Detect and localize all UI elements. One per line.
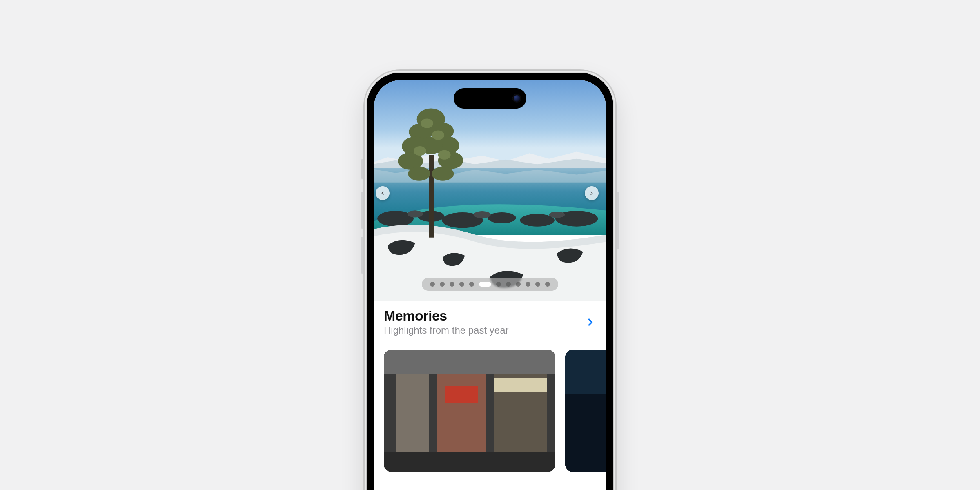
page-dot[interactable]: [440, 282, 445, 287]
svg-point-9: [474, 211, 491, 218]
memory-card[interactable]: [565, 350, 606, 472]
page-dot[interactable]: [535, 282, 540, 287]
next-photo-button[interactable]: [585, 186, 599, 200]
page-dot[interactable]: [516, 282, 521, 287]
chevron-left-icon: [380, 190, 385, 196]
side-button-silent: [361, 159, 363, 179]
svg-rect-27: [384, 350, 555, 374]
svg-point-10: [549, 212, 565, 218]
svg-point-5: [488, 212, 516, 223]
page-indicator[interactable]: [422, 278, 558, 291]
memories-header-row[interactable]: Memories Highlights from the past year: [384, 308, 596, 336]
phone-bezel: Memories Highlights from the past year: [367, 73, 613, 490]
page-dot[interactable]: [496, 282, 501, 287]
page-dot[interactable]: [545, 282, 550, 287]
chevron-right-icon[interactable]: [585, 316, 596, 328]
page-dot[interactable]: [506, 282, 511, 287]
svg-rect-28: [396, 374, 429, 456]
dynamic-island: [454, 88, 526, 109]
memory-thumbnail-image: [565, 350, 606, 472]
page-dot[interactable]: [430, 282, 435, 287]
memories-thumbnails: [374, 350, 606, 472]
svg-point-20: [408, 167, 430, 181]
featured-photo[interactable]: [374, 80, 606, 301]
svg-rect-11: [429, 155, 434, 238]
svg-point-24: [414, 146, 426, 156]
featured-photo-image: [374, 80, 606, 301]
svg-rect-36: [565, 394, 606, 472]
svg-rect-33: [384, 452, 555, 472]
svg-point-25: [438, 150, 451, 160]
chevron-right-icon: [589, 190, 595, 196]
svg-rect-32: [494, 378, 547, 392]
memory-card[interactable]: [384, 350, 555, 472]
front-camera-icon: [512, 94, 521, 103]
memories-title: Memories: [384, 308, 508, 324]
side-button-power: [617, 192, 619, 249]
svg-rect-30: [445, 386, 478, 403]
phone-screen: Memories Highlights from the past year: [374, 80, 606, 490]
svg-point-21: [432, 167, 454, 181]
svg-point-23: [432, 130, 444, 140]
side-button-volume-down: [361, 237, 363, 274]
memory-thumbnail-image: [384, 350, 555, 472]
svg-point-22: [421, 119, 433, 128]
page-dot[interactable]: [479, 282, 491, 287]
page-dot[interactable]: [526, 282, 530, 287]
side-button-volume-up: [361, 192, 363, 229]
svg-point-8: [408, 210, 423, 217]
svg-point-6: [520, 214, 555, 227]
phone-frame: Memories Highlights from the past year: [363, 69, 617, 490]
memories-subtitle: Highlights from the past year: [384, 325, 508, 336]
svg-rect-35: [565, 350, 606, 394]
page-dot[interactable]: [450, 282, 454, 287]
page-dot[interactable]: [459, 282, 464, 287]
previous-photo-button[interactable]: [376, 186, 390, 200]
memories-section: Memories Highlights from the past year: [374, 301, 606, 342]
page-dot[interactable]: [469, 282, 474, 287]
